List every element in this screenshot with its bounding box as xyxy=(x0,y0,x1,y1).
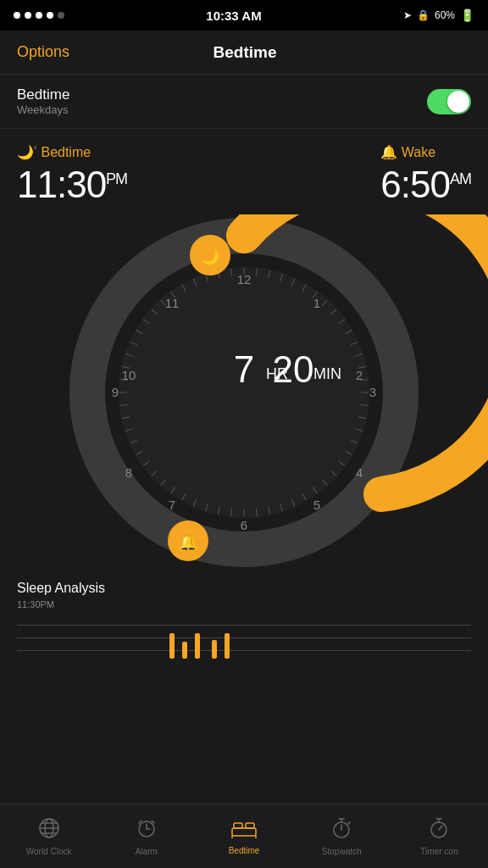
nav-bar: Options Bedtime xyxy=(0,31,488,75)
bedtime-toggle[interactable] xyxy=(427,89,471,114)
page-title: Bedtime xyxy=(214,43,277,62)
svg-line-31 xyxy=(358,417,366,419)
sleep-analysis-title: Sleep Analysis xyxy=(17,581,471,596)
svg-line-70 xyxy=(193,279,197,286)
stopwatch-icon xyxy=(331,817,352,844)
bell-icon: 🔔 xyxy=(380,145,401,159)
dot-2 xyxy=(25,12,31,19)
svg-line-51 xyxy=(161,480,166,486)
tab-world-clock[interactable]: World Clock xyxy=(0,817,97,856)
svg-line-17 xyxy=(280,275,283,282)
svg-line-32 xyxy=(355,429,363,431)
svg-line-23 xyxy=(339,320,345,324)
sleep-bar-1 xyxy=(169,633,175,659)
world-clock-icon xyxy=(38,817,60,844)
svg-text:1: 1 xyxy=(313,296,320,310)
svg-line-25 xyxy=(351,342,358,346)
svg-line-63 xyxy=(130,342,137,346)
clock-numbers-svg: 12 1 2 3 4 5 6 7 8 9 10 11 xyxy=(0,214,488,570)
svg-line-66 xyxy=(152,309,158,314)
svg-line-52 xyxy=(152,471,158,476)
svg-text:7: 7 xyxy=(169,498,175,512)
tab-stopwatch[interactable]: Stopwatch xyxy=(293,817,391,856)
bedtime-tab-icon xyxy=(231,818,257,843)
wake-time-label: 🔔 Wake xyxy=(380,144,471,160)
sleep-bar-2 xyxy=(182,642,187,659)
bedtime-label-sub: Weekdays xyxy=(17,103,69,116)
tab-bedtime[interactable]: Bedtime xyxy=(195,818,292,855)
svg-line-64 xyxy=(136,331,143,335)
svg-line-38 xyxy=(313,487,317,493)
svg-line-83 xyxy=(152,821,154,823)
bedtime-label-group: Bedtime Weekdays xyxy=(17,86,69,116)
wake-time-value: 6:50AM xyxy=(380,164,471,206)
sleep-line-1 xyxy=(17,625,471,626)
svg-line-34 xyxy=(346,451,352,455)
world-clock-label: World Clock xyxy=(26,847,72,856)
svg-line-49 xyxy=(182,494,186,501)
svg-line-54 xyxy=(136,451,143,455)
battery-label: 60% xyxy=(435,9,455,21)
bedtime-time-value: 11:30PM xyxy=(17,164,127,206)
wake-ampm: AM xyxy=(450,170,471,187)
stopwatch-label: Stopwatch xyxy=(322,847,362,856)
svg-line-41 xyxy=(280,504,283,512)
svg-line-35 xyxy=(339,461,345,465)
tab-alarm[interactable]: Alarm xyxy=(97,817,195,856)
svg-line-39 xyxy=(302,494,307,501)
svg-text:6: 6 xyxy=(241,518,247,532)
min-label-text: MIN xyxy=(313,365,341,382)
bedtime-handle-icon: 🌙 xyxy=(201,248,220,266)
svg-line-62 xyxy=(125,354,133,357)
svg-text:3: 3 xyxy=(369,385,376,399)
svg-line-26 xyxy=(355,354,363,357)
bedtime-tab-label: Bedtime xyxy=(229,846,260,855)
dot-4 xyxy=(47,12,53,19)
svg-text:4: 4 xyxy=(356,465,363,480)
sleep-line-2 xyxy=(17,637,471,638)
svg-line-18 xyxy=(291,279,295,286)
svg-line-33 xyxy=(351,440,358,443)
svg-line-30 xyxy=(360,405,368,406)
status-bar: 10:33 AM ➤ 🔒 60% 🔋 xyxy=(0,0,488,31)
location-icon: ➤ xyxy=(403,9,412,21)
svg-line-93 xyxy=(348,822,350,824)
svg-line-65 xyxy=(143,320,149,324)
svg-line-47 xyxy=(206,504,208,512)
svg-line-46 xyxy=(218,507,219,515)
moon-icon: 🌙ᶻ xyxy=(17,145,37,159)
dot-5 xyxy=(58,12,64,19)
duration-mins-text: 20 xyxy=(273,348,314,390)
svg-line-16 xyxy=(269,271,270,279)
options-button[interactable]: Options xyxy=(17,43,69,61)
svg-line-36 xyxy=(331,471,337,476)
svg-line-53 xyxy=(143,461,149,465)
svg-line-48 xyxy=(193,499,197,506)
svg-line-69 xyxy=(182,285,186,292)
status-icons: ➤ 🔒 60% 🔋 xyxy=(403,8,474,22)
svg-line-73 xyxy=(231,269,232,276)
wake-time-block: 🔔 Wake 6:50AM xyxy=(380,144,471,206)
timer-icon xyxy=(429,817,449,844)
bedtime-ampm: PM xyxy=(106,171,127,188)
svg-line-50 xyxy=(171,487,175,493)
sleep-analysis-section: Sleep Analysis 11:30PM xyxy=(0,570,488,674)
svg-line-15 xyxy=(256,269,257,276)
svg-line-45 xyxy=(231,509,232,517)
tab-timer[interactable]: Timer con xyxy=(391,817,488,856)
sleep-bars xyxy=(17,616,471,667)
sleep-bar-3 xyxy=(195,633,200,659)
dot-3 xyxy=(36,12,42,19)
sleep-bar-4 xyxy=(212,640,217,659)
wake-handle-icon: 🔔 xyxy=(179,533,198,552)
tick-marks xyxy=(119,268,369,517)
svg-line-37 xyxy=(322,480,327,486)
bedtime-time-block: 🌙ᶻ Bedtime 11:30PM xyxy=(17,144,127,206)
svg-line-43 xyxy=(256,509,257,517)
svg-rect-86 xyxy=(246,823,254,828)
timer-label: Timer con xyxy=(420,847,458,856)
sleep-analysis-time: 11:30PM xyxy=(17,599,471,609)
svg-line-40 xyxy=(291,499,295,506)
svg-text:9: 9 xyxy=(112,385,119,399)
svg-line-55 xyxy=(130,440,137,443)
